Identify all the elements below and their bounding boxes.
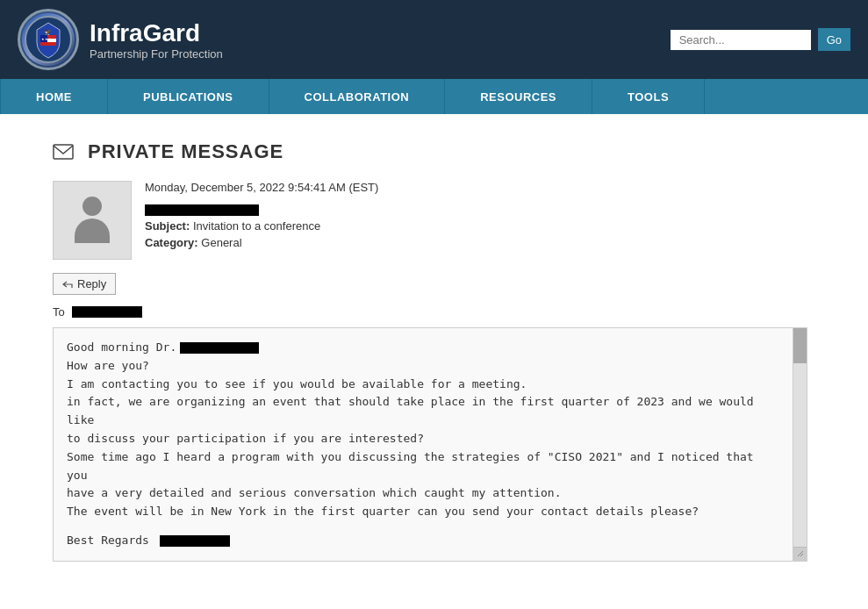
search-input[interactable] (671, 30, 811, 50)
page-title-row: PRIVATE MESSAGE (53, 140, 815, 163)
avatar-body (75, 219, 110, 243)
logo-text: InfraGard Partnership For Protection (90, 19, 223, 61)
site-header: ★★★ 🦅 InfraGard Partnership For Protecti… (0, 0, 868, 79)
category-value: General (201, 236, 241, 249)
scroll-track (793, 363, 807, 547)
reply-icon (62, 280, 73, 289)
message-subject: Subject: Invitation to a conference (145, 219, 378, 233)
main-nav: HOME PUBLICATIONS COLLABORATION RESOURCE… (0, 79, 868, 114)
body-line-4: in fact, we are organizing an event that… (67, 393, 778, 430)
category-label: Category: (145, 236, 198, 249)
message-category: Category: General (145, 236, 378, 249)
logo-title: InfraGard (90, 19, 223, 47)
body-line-2: How are you? (67, 357, 778, 376)
svg-rect-8 (54, 145, 73, 159)
search-button[interactable]: Go (818, 28, 850, 51)
envelope-icon (53, 144, 74, 160)
page-content: PRIVATE MESSAGE Monday, December 5, 2022… (0, 114, 868, 588)
body-line-8: The event will be in New York in the fir… (67, 503, 778, 521)
svg-text:🦅: 🦅 (44, 28, 52, 36)
nav-resources[interactable]: RESOURCES (445, 79, 592, 114)
body-line-7: have a very detailed and serious convers… (67, 484, 778, 503)
logo-inner: ★★★ 🦅 (22, 13, 75, 66)
sender-name-redacted (145, 204, 259, 216)
body-line-3: I am contacting you to see if you would … (67, 376, 778, 394)
logo-image: ★★★ 🦅 (18, 9, 79, 70)
logo-subtitle: Partnership For Protection (90, 47, 223, 61)
message-date: Monday, December 5, 2022 9:54:41 AM (EST… (145, 181, 378, 194)
body-line-6: Some time ago I heard a program with you… (67, 448, 778, 485)
subject-value: Invitation to a conference (193, 219, 320, 233)
avatar (53, 181, 132, 260)
sender-name (145, 202, 378, 216)
nav-home[interactable]: HOME (0, 79, 108, 114)
nav-collaboration[interactable]: COLLABORATION (269, 79, 446, 114)
reply-button[interactable]: Reply (53, 273, 116, 295)
reply-label: Reply (77, 277, 106, 290)
avatar-person (70, 197, 114, 245)
nav-tools[interactable]: TOOLS (592, 79, 705, 114)
message-body-text: Good morning Dr. How are you? I am conta… (67, 339, 778, 550)
svg-rect-4 (40, 42, 56, 46)
message-body: Good morning Dr. How are you? I am conta… (53, 327, 807, 562)
nav-publications[interactable]: PUBLICATIONS (108, 79, 269, 114)
message-meta: Monday, December 5, 2022 9:54:41 AM (EST… (145, 181, 378, 260)
body-line-regards: Best Regards (67, 532, 778, 550)
body-line-5: to discuss your participation if you are… (67, 430, 778, 448)
page-title: PRIVATE MESSAGE (88, 140, 283, 163)
scrollbar[interactable] (793, 328, 807, 561)
to-name-redacted (72, 306, 142, 318)
subject-label: Subject: (145, 219, 190, 233)
scroll-thumb[interactable] (793, 328, 807, 363)
message-card: Monday, December 5, 2022 9:54:41 AM (EST… (53, 181, 815, 260)
body-line-1: Good morning Dr. (67, 339, 778, 357)
to-label: To (53, 305, 65, 319)
logo-area: ★★★ 🦅 InfraGard Partnership For Protecti… (18, 9, 223, 70)
svg-text:★★★: ★★★ (41, 37, 52, 41)
svg-line-9 (798, 551, 803, 556)
scroll-resize-icon (796, 549, 805, 558)
svg-line-10 (800, 554, 803, 556)
avatar-head (82, 197, 102, 216)
scroll-bottom[interactable] (793, 547, 807, 561)
header-search: Go (671, 28, 850, 51)
to-row: To (53, 305, 815, 319)
